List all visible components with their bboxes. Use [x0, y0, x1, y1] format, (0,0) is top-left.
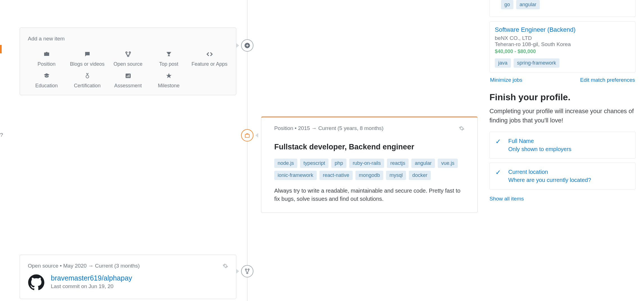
edit-preferences-link[interactable]: Edit match preferences [580, 77, 635, 83]
connector-arrow [236, 43, 239, 48]
svg-rect-7 [129, 74, 130, 77]
code-icon [206, 50, 214, 59]
job-salary: $40,000 - $80,000 [495, 49, 630, 54]
tag[interactable]: react-native [319, 171, 353, 180]
tag[interactable]: ruby-on-rails [349, 159, 384, 168]
position-tags: node.jstypescriptphpruby-on-railsreactjs… [274, 159, 464, 180]
profile-item-sub: Where are you currently located? [508, 176, 591, 184]
question-mark: ? [0, 132, 3, 138]
svg-rect-6 [128, 75, 128, 77]
gear-icon[interactable] [459, 126, 464, 131]
svg-point-10 [245, 269, 247, 270]
item-blogs[interactable]: Blogs or videos [69, 50, 106, 67]
job-location: Teheran-ro 108-gil, South Korea [495, 41, 630, 47]
branch-icon [125, 50, 131, 59]
connector-arrow [236, 269, 239, 273]
check-icon: ✓ [495, 168, 501, 176]
job-card-partial: goangular [489, 0, 636, 17]
profile-item-location[interactable]: ✓ Current location Where are you current… [489, 163, 636, 190]
tag[interactable]: angular [411, 159, 435, 168]
minimize-jobs-link[interactable]: Minimize jobs [490, 77, 522, 83]
medal-icon [84, 71, 91, 80]
svg-point-11 [248, 269, 249, 270]
trophy-icon [165, 50, 173, 59]
check-icon: ✓ [495, 138, 501, 145]
svg-rect-5 [127, 76, 127, 77]
tag[interactable]: docker [409, 171, 431, 180]
last-commit: Last commit on Jun 19, 20 [51, 283, 132, 289]
item-milestone[interactable]: Milestone [150, 71, 187, 89]
profile-item-title: Full Name [508, 137, 572, 145]
tag[interactable]: ionic-framework [274, 171, 317, 180]
item-education[interactable]: Education [28, 71, 65, 89]
tag[interactable]: typescript [300, 159, 328, 168]
chat-icon [84, 50, 91, 59]
finish-text: Completing your profile will increase yo… [489, 106, 636, 125]
tag[interactable]: vue.js [438, 159, 458, 168]
item-opensource[interactable]: Open source [109, 50, 147, 67]
add-item-title: Add a new item [28, 36, 228, 42]
orange-indicator [0, 45, 2, 53]
gear-icon[interactable] [223, 263, 228, 269]
show-all-link[interactable]: Show all items [489, 196, 524, 202]
svg-point-3 [86, 75, 89, 78]
briefcase-icon [43, 50, 50, 59]
item-assessment[interactable]: Assessment [109, 71, 147, 89]
finish-heading: Finish your profile. [489, 92, 636, 102]
timeline-opensource-circle[interactable] [241, 265, 253, 277]
tag[interactable]: reactjs [387, 159, 409, 168]
job-card[interactable]: Software Engineer (Backend) beNX CO., LT… [489, 21, 636, 72]
chart-icon [124, 71, 132, 80]
tag[interactable]: angular [516, 0, 540, 9]
job-title[interactable]: Software Engineer (Backend) [495, 26, 630, 33]
repo-link[interactable]: bravemaster619/alphapay [51, 274, 132, 282]
tag[interactable]: node.js [274, 159, 297, 168]
right-sidebar: goangular Software Engineer (Backend) be… [489, 0, 636, 202]
svg-point-0 [126, 52, 127, 53]
timeline-position-circle[interactable] [241, 129, 253, 142]
tag[interactable]: mongodb [355, 171, 383, 180]
item-certification[interactable]: Certification [69, 71, 106, 89]
tag[interactable]: mysql [386, 171, 406, 180]
job-links: Minimize jobs Edit match preferences [490, 77, 635, 83]
graduation-icon [43, 71, 51, 80]
add-item-card: Add a new item Position Blogs or videos … [20, 28, 236, 95]
svg-point-12 [247, 272, 248, 274]
star-icon [165, 71, 173, 80]
opensource-card: Open source • May 2020 → Current (3 mont… [20, 255, 236, 299]
svg-rect-9 [245, 134, 250, 137]
item-feature[interactable]: Feature or Apps [191, 50, 228, 67]
profile-item-fullname[interactable]: ✓ Full Name Only shown to employers [489, 132, 636, 159]
tag[interactable]: php [331, 159, 346, 168]
job-company: beNX CO., LTD [495, 35, 630, 41]
profile-item-title: Current location [508, 168, 591, 176]
position-meta: Position • 2015 → Current (5 years, 8 mo… [274, 125, 384, 131]
connector-arrow [255, 133, 258, 138]
opensource-meta: Open source • May 2020 → Current (3 mont… [28, 263, 140, 269]
svg-point-1 [129, 52, 130, 53]
position-description: Always try to write a readable, maintain… [274, 187, 464, 203]
position-card: Position • 2015 → Current (5 years, 8 mo… [261, 117, 478, 213]
tag[interactable]: spring-framework [514, 58, 559, 68]
tag[interactable]: go [501, 0, 513, 9]
profile-item-sub: Only shown to employers [508, 145, 572, 153]
timeline-add-circle[interactable] [241, 39, 253, 52]
item-position[interactable]: Position [28, 50, 65, 67]
position-title: Fullstack developer, Backend engineer [274, 143, 464, 151]
item-toppost[interactable]: Top post [150, 50, 187, 67]
github-icon [28, 274, 45, 291]
tag[interactable]: java [495, 58, 511, 68]
